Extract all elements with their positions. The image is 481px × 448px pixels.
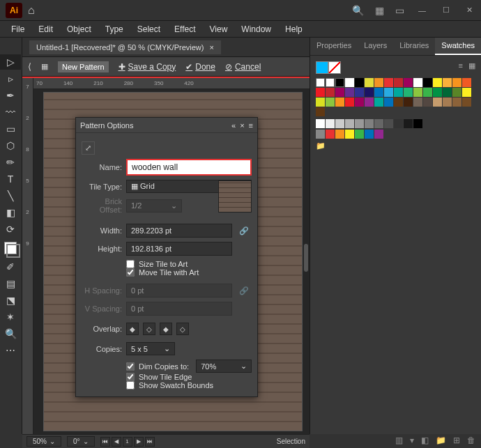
- show-tile-edge-checkbox[interactable]: Show Tile Edge: [126, 373, 252, 381]
- menu-object[interactable]: Object: [61, 23, 97, 36]
- rotate-select[interactable]: 0° ⌄: [67, 436, 95, 447]
- swatch[interactable]: [394, 98, 403, 107]
- new-group-icon[interactable]: 📁: [436, 435, 446, 445]
- swatch[interactable]: [345, 98, 354, 107]
- swatch[interactable]: [335, 130, 344, 139]
- swatch[interactable]: [462, 88, 471, 97]
- swatch[interactable]: [374, 119, 383, 128]
- swatch[interactable]: [404, 98, 413, 107]
- direct-selection-tool[interactable]: ▹: [0, 71, 21, 86]
- next-artboard[interactable]: ▶: [134, 437, 144, 447]
- swatch[interactable]: [423, 98, 432, 107]
- document-tab[interactable]: Untitled-1 [Recovered]* @ 50 % (CMYK/Pre…: [29, 40, 221, 54]
- swatch[interactable]: [355, 88, 364, 97]
- swatch[interactable]: [394, 88, 403, 97]
- zoom-select[interactable]: 50% ⌄: [26, 436, 61, 447]
- current-fill-stroke[interactable]: [316, 61, 475, 74]
- overlap-top[interactable]: ◆: [160, 323, 172, 335]
- swatch[interactable]: [413, 78, 422, 87]
- swatch[interactable]: [394, 78, 403, 87]
- menu-edit[interactable]: Edit: [33, 23, 59, 36]
- swatch[interactable]: [433, 98, 442, 107]
- menu-view[interactable]: View: [204, 23, 234, 36]
- swatch[interactable]: [316, 130, 325, 139]
- first-artboard[interactable]: ⏮: [100, 437, 110, 447]
- width-input[interactable]: [126, 224, 232, 238]
- menu-help[interactable]: Help: [280, 23, 308, 36]
- rectangle-tool[interactable]: ▭: [0, 121, 21, 137]
- zoom-tool[interactable]: 🔍: [0, 326, 21, 341]
- tab-close-icon[interactable]: ×: [209, 43, 213, 52]
- swatch[interactable]: [316, 119, 325, 128]
- tile-editor-icon[interactable]: ⤢: [82, 141, 95, 155]
- swatch[interactable]: [316, 78, 325, 87]
- link-dimensions-icon[interactable]: 🔗: [239, 226, 249, 235]
- paintbrush-tool[interactable]: ✏: [0, 155, 21, 170]
- height-input[interactable]: [126, 242, 232, 256]
- swatch[interactable]: [365, 98, 374, 107]
- swatch[interactable]: [316, 107, 325, 116]
- swatch[interactable]: [326, 78, 335, 87]
- swatch[interactable]: [326, 119, 335, 128]
- swatch[interactable]: [413, 98, 422, 107]
- swatch-list-view-icon[interactable]: ≡: [459, 61, 463, 70]
- swatch[interactable]: [345, 88, 354, 97]
- menu-select[interactable]: Select: [132, 23, 166, 36]
- maximize-button[interactable]: ☐: [440, 6, 452, 15]
- minimize-button[interactable]: —: [415, 6, 429, 15]
- folder-icon[interactable]: 📁: [316, 141, 326, 150]
- swatch[interactable]: [413, 88, 422, 97]
- copies-select[interactable]: 5 x 5⌄: [126, 342, 175, 355]
- menu-window[interactable]: Window: [236, 23, 277, 36]
- swatch[interactable]: [404, 78, 413, 87]
- swatch[interactable]: [433, 88, 442, 97]
- delete-swatch-icon[interactable]: 🗑: [467, 435, 475, 445]
- swatch-options-icon[interactable]: ◧: [421, 435, 429, 445]
- dim-value-select[interactable]: 70%⌄: [196, 360, 252, 373]
- panel-collapse-icon[interactable]: «: [231, 121, 236, 130]
- fill-stroke[interactable]: [0, 238, 21, 258]
- move-tile-checkbox[interactable]: Move Tile with Art: [126, 268, 252, 277]
- swatch[interactable]: [374, 98, 383, 107]
- swatch[interactable]: [443, 98, 452, 107]
- shape-builder-tool[interactable]: ⬔: [0, 293, 21, 308]
- swatch[interactable]: [335, 78, 344, 87]
- swatch[interactable]: [355, 78, 364, 87]
- swatch[interactable]: [374, 78, 383, 87]
- close-button[interactable]: ✕: [464, 6, 475, 15]
- swatch[interactable]: [335, 98, 344, 107]
- swatch[interactable]: [423, 88, 432, 97]
- edit-toolbar[interactable]: ⋯: [0, 343, 21, 358]
- swatch[interactable]: [443, 88, 452, 97]
- panel-menu-icon[interactable]: ≡: [249, 121, 253, 130]
- last-artboard[interactable]: ⏭: [145, 437, 155, 447]
- swatch[interactable]: [374, 130, 383, 139]
- menu-effect[interactable]: Effect: [169, 23, 201, 36]
- swatch-grid-view-icon[interactable]: ▦: [468, 61, 475, 70]
- home-icon[interactable]: ⌂: [28, 4, 35, 17]
- swatch[interactable]: [384, 78, 393, 87]
- swatch[interactable]: [316, 98, 325, 107]
- swatch[interactable]: [335, 88, 344, 97]
- swatch[interactable]: [384, 98, 393, 107]
- overlap-right[interactable]: ◇: [143, 323, 155, 335]
- swatch[interactable]: [462, 98, 471, 107]
- ellipse-tool[interactable]: ⬡: [0, 138, 21, 153]
- panel-close-icon[interactable]: ×: [240, 121, 244, 130]
- back-icon[interactable]: ⟨: [28, 61, 31, 72]
- swatch[interactable]: [365, 119, 374, 128]
- swatch-kind-icon[interactable]: ▾: [410, 435, 414, 445]
- swatch[interactable]: [452, 98, 461, 107]
- tab-layers[interactable]: Layers: [358, 38, 393, 55]
- swatch[interactable]: [365, 78, 374, 87]
- dim-copies-checkbox[interactable]: Dim Copies to: 70%⌄: [126, 360, 252, 373]
- swatch[interactable]: [394, 119, 403, 128]
- prev-artboard[interactable]: ◀: [112, 437, 121, 447]
- swatch[interactable]: [404, 88, 413, 97]
- cancel-button[interactable]: ⊘ Cancel: [225, 62, 261, 72]
- eyedropper-tool[interactable]: ✐: [0, 259, 21, 275]
- curvature-tool[interactable]: 〰: [0, 105, 21, 120]
- tab-libraries[interactable]: Libraries: [393, 38, 435, 55]
- selection-tool[interactable]: ▷: [0, 54, 21, 70]
- tab-properties[interactable]: Properties: [310, 38, 358, 55]
